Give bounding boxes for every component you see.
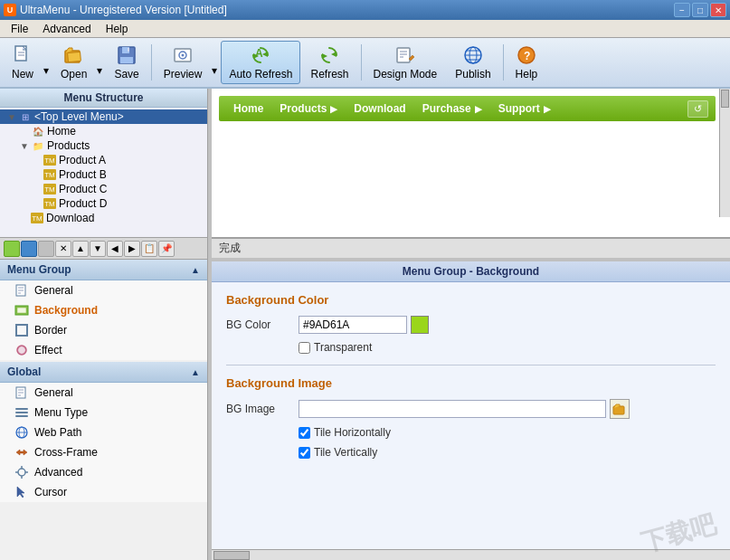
tree-tool-paste[interactable]: 📌 (158, 241, 175, 257)
preview-hscroll-thumb (213, 551, 250, 560)
gl-advanced-icon (14, 465, 29, 479)
tile-h-checkbox[interactable] (299, 427, 310, 439)
menu-file[interactable]: File (4, 21, 35, 37)
svg-marker-15 (331, 52, 337, 57)
tree-content[interactable]: ▼ ⊞ <Top Level Menu> 🏠 Home ▼ 📁 Produc (0, 108, 207, 236)
mg-effect[interactable]: Effect (0, 340, 207, 360)
nav-support[interactable]: Support ▶ (491, 100, 558, 117)
gl-general[interactable]: General (0, 383, 207, 403)
svg-text:A: A (255, 47, 263, 60)
left-settings-scroll[interactable]: Menu Group ▲ General Background (0, 260, 207, 560)
tree-item-products[interactable]: ▼ 📁 Products (0, 138, 207, 153)
bg-color-input[interactable] (299, 316, 407, 334)
menu-group-section: Menu Group ▲ General Background (0, 260, 207, 360)
preview-scrollbar-h[interactable] (212, 549, 730, 560)
expander-products[interactable]: ▼ (18, 139, 31, 152)
mg-general-icon (14, 283, 29, 298)
global-title: Global (7, 365, 41, 378)
refresh-button[interactable]: Refresh (302, 41, 356, 84)
bg-image-input[interactable] (299, 400, 606, 418)
tree-item-product-d[interactable]: TM Product D (0, 196, 207, 211)
mg-background-icon (14, 303, 29, 318)
gl-general-label: General (34, 386, 73, 399)
tree-tool-add-green[interactable] (4, 241, 20, 257)
gl-cursor-icon (14, 485, 29, 499)
transparent-checkbox[interactable] (299, 342, 310, 354)
preview-button[interactable]: Preview (156, 41, 211, 84)
gl-menutype[interactable]: Menu Type (0, 403, 207, 422)
menu-group-header[interactable]: Menu Group ▲ (0, 260, 207, 280)
auto-refresh-button[interactable]: A Auto Refresh (221, 41, 300, 84)
open-button[interactable]: Open (52, 41, 95, 84)
tree-item-product-b[interactable]: TM Product B (0, 167, 207, 182)
tree-tool-add-gray[interactable] (38, 241, 54, 257)
mg-general[interactable]: General (0, 280, 207, 300)
close-button[interactable]: ✕ (710, 3, 726, 17)
toolbar: New ▾ Open ▾ Save (0, 38, 730, 89)
nav-purchase[interactable]: Purchase ▶ (415, 100, 489, 117)
expander-dl (18, 212, 31, 224)
menu-help[interactable]: Help (99, 21, 136, 37)
tree-icon-product-a: TM (43, 155, 56, 166)
gl-advanced[interactable]: Advanced (0, 462, 207, 482)
mg-background[interactable]: Background (0, 300, 207, 320)
svg-rect-4 (67, 52, 81, 62)
nav-home[interactable]: Home (226, 100, 270, 117)
preview-dropdown-arrow[interactable]: ▾ (210, 41, 219, 84)
tree-item-home[interactable]: 🏠 Home (0, 124, 207, 138)
tile-v-checkbox[interactable] (299, 447, 310, 459)
bg-color-swatch[interactable] (411, 316, 429, 334)
menu-bar: File Advanced Help (0, 20, 730, 38)
help-button[interactable]: ? Help (507, 41, 546, 84)
tile-h-row: Tile Horizontally (299, 426, 716, 439)
bg-color-row: BG Color (226, 316, 716, 334)
minimize-button[interactable]: − (674, 3, 690, 17)
publish-button[interactable]: Publish (447, 41, 498, 84)
new-dropdown-arrow[interactable]: ▾ (42, 41, 51, 84)
tree-tool-delete[interactable]: ✕ (55, 241, 71, 257)
tree-item-product-c[interactable]: TM Product C (0, 182, 207, 196)
gl-crossframe[interactable]: Cross-Frame (0, 442, 207, 462)
tile-h-label: Tile Horizontally (314, 426, 391, 439)
tree-tool-up[interactable]: ▲ (72, 241, 89, 257)
nav-download[interactable]: Download (346, 100, 412, 117)
tree-item-product-a[interactable]: TM Product A (0, 153, 207, 167)
svg-text:?: ? (524, 50, 530, 62)
svg-rect-8 (128, 48, 129, 52)
tree-toolbar: ✕ ▲ ▼ ◀ ▶ 📋 📌 (0, 238, 207, 260)
design-mode-button[interactable]: Design Mode (365, 41, 446, 84)
props-divider (226, 365, 716, 365)
global-header[interactable]: Global ▲ (0, 362, 207, 383)
nav-refresh-btn[interactable]: ↺ (687, 100, 708, 118)
mg-border[interactable]: Border (0, 320, 207, 340)
nav-support-arrow: ▶ (544, 104, 551, 114)
save-button[interactable]: Save (106, 41, 147, 84)
props-content: Background Color BG Color Transparent Ba… (212, 282, 730, 477)
open-dropdown-arrow[interactable]: ▾ (95, 41, 104, 84)
nav-products[interactable]: Products ▶ (272, 100, 345, 117)
tree-tool-left[interactable]: ◀ (107, 241, 123, 257)
bg-image-row: BG Image (226, 399, 716, 419)
tree-item-toplevel[interactable]: ▼ ⊞ <Top Level Menu> (0, 109, 207, 124)
preview-scrollbar-v[interactable] (719, 89, 730, 217)
new-button[interactable]: New (4, 41, 42, 84)
maximize-button[interactable]: □ (692, 3, 708, 17)
bg-image-browse-button[interactable] (610, 399, 630, 419)
tree-tool-right[interactable]: ▶ (124, 241, 140, 257)
tree-tool-copy[interactable]: 📋 (141, 241, 157, 257)
gl-webpath[interactable]: Web Path (0, 422, 207, 442)
gl-crossframe-label: Cross-Frame (34, 446, 98, 459)
tree-panel: Menu Structure ▼ ⊞ <Top Level Menu> 🏠 Ho… (0, 89, 207, 238)
tree-tool-add-blue[interactable] (21, 241, 37, 257)
menu-advanced[interactable]: Advanced (35, 21, 98, 37)
svg-rect-40 (15, 408, 28, 410)
gl-cursor[interactable]: Cursor (0, 482, 207, 502)
title-bar-controls: − □ ✕ (674, 3, 726, 17)
tree-tool-down[interactable]: ▼ (90, 241, 106, 257)
expander-toplevel[interactable]: ▼ (5, 110, 18, 123)
save-icon (116, 44, 137, 66)
svg-rect-34 (16, 325, 27, 336)
svg-marker-16 (322, 53, 327, 59)
tree-item-download[interactable]: TM Download (0, 211, 207, 225)
svg-point-11 (182, 54, 185, 57)
